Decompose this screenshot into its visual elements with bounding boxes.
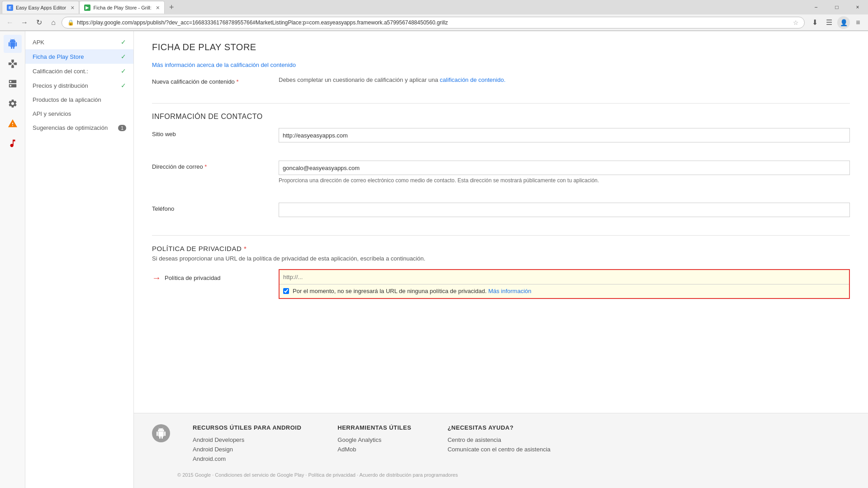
footer-col-android: RECURSOS ÚTILES PARA ANDROID Android Dev…	[193, 424, 301, 465]
nav-item-precios[interactable]: Precios y distribución ✓	[25, 78, 133, 93]
privacy-checkbox-row: Por el momento, no se ingresará la URL d…	[280, 284, 849, 298]
section-politica-privacidad: POLÍTICA DE PRIVACIDAD * Si deseas propo…	[152, 245, 850, 299]
divider-1	[152, 103, 850, 104]
required-marker: *	[236, 78, 238, 85]
icon-sidebar	[0, 31, 25, 488]
tab-favicon-1: E	[7, 5, 13, 11]
lock-icon: 🔒	[67, 19, 74, 26]
sidebar-icon-warning[interactable]	[4, 114, 22, 133]
footer-col3-title: ¿NECESITAS AYUDA?	[447, 424, 550, 431]
required-politica: *	[244, 245, 247, 252]
footer-link-android-dev[interactable]: Android Developers	[193, 436, 301, 443]
nav-label-sugerencias: Sugerencias de optimización	[33, 124, 108, 131]
footer-col1-title: RECURSOS ÚTILES PARA ANDROID	[193, 424, 301, 431]
privacy-mas-info-link[interactable]: Más información	[488, 288, 531, 294]
forward-button[interactable]: →	[18, 16, 31, 29]
nav-item-calificacion[interactable]: Calificación del cont.: ✓	[25, 64, 133, 78]
content-nueva-calificacion: Debes completar un cuestionario de calif…	[279, 76, 850, 85]
input-telefono[interactable]	[279, 203, 850, 217]
nav-label-precios: Precios y distribución	[33, 82, 88, 89]
helper-correo: Proporciona una dirección de correo elec…	[279, 177, 850, 185]
label-telefono: Teléfono	[152, 203, 279, 217]
check-precios: ✓	[121, 82, 126, 89]
nav-item-productos[interactable]: Productos de la aplicación	[25, 93, 133, 107]
new-tab-button[interactable]: +	[165, 3, 179, 12]
sidebar-icon-music[interactable]	[4, 134, 22, 152]
nav-label-api: API y servicios	[33, 110, 71, 117]
politica-header: POLÍTICA DE PRIVACIDAD *	[152, 245, 850, 252]
calificacion-link[interactable]: calificación de contenido.	[440, 76, 505, 83]
badge-sugerencias: 1	[118, 125, 126, 131]
footer-link-android-design[interactable]: Android Design	[193, 446, 301, 453]
arrow-icon: →	[152, 273, 161, 283]
desc-nueva-calificacion: Debes completar un cuestionario de calif…	[279, 76, 506, 83]
refresh-button[interactable]: ↻	[33, 16, 45, 29]
content-sitio-web	[279, 128, 850, 142]
nav-item-apk[interactable]: APK ✓	[25, 35, 133, 49]
tab-close-1[interactable]: ×	[71, 4, 74, 11]
content-correo: Proporciona una dirección de correo elec…	[279, 161, 850, 185]
section-telefono: Teléfono	[152, 203, 850, 226]
tab-label-2: Ficha de Play Store - Grill:	[93, 5, 151, 10]
footer-col-help: ¿NECESITAS AYUDA? Centro de asistencia C…	[447, 424, 550, 465]
input-sitio-web[interactable]	[279, 128, 850, 142]
nav-item-sugerencias[interactable]: Sugerencias de optimización 1	[25, 121, 133, 135]
privacy-url-input[interactable]	[280, 270, 849, 284]
close-button[interactable]: ×	[847, 0, 868, 14]
footer-link-analytics[interactable]: Google Analytics	[337, 436, 411, 443]
sidebar-icon-database[interactable]	[4, 75, 22, 93]
check-calificacion: ✓	[121, 67, 126, 75]
footer-link-comunicate[interactable]: Comunícate con el centro de asistencia	[447, 446, 550, 453]
section-nueva-calificacion: Nueva calificación de contenido * Debes …	[152, 76, 850, 94]
footer-android-logo	[152, 424, 170, 442]
tab-easy-easy[interactable]: E Easy Easy Apps Editor ×	[2, 1, 79, 14]
url-text: https://play.google.com/apps/publish/?de…	[77, 19, 790, 26]
tab-ficha[interactable]: ▶ Ficha de Play Store - Grill: ×	[79, 1, 165, 14]
sidebar-icon-games[interactable]	[4, 55, 22, 73]
nav-label-apk: APK	[33, 39, 44, 46]
content-telefono	[279, 203, 850, 217]
privacy-checkbox[interactable]	[283, 288, 289, 294]
politica-desc: Si deseas proporcionar una URL de la pol…	[152, 255, 850, 262]
nav-label-productos: Productos de la aplicación	[33, 96, 101, 103]
footer: RECURSOS ÚTILES PARA ANDROID Android Dev…	[134, 413, 868, 488]
footer-link-android-com[interactable]: Android.com	[193, 455, 301, 462]
nav-item-ficha[interactable]: Ficha de Play Store ✓	[25, 49, 133, 64]
privacy-note: Por el momento, no se ingresará la URL d…	[293, 287, 531, 295]
info-contacto-header: INFORMACIÓN DE CONTACTO	[152, 113, 850, 121]
divider-2	[152, 235, 850, 236]
label-sitio-web: Sitio web	[152, 128, 279, 142]
section-correo: Dirección de correo * Proporciona una di…	[152, 161, 850, 194]
sidebar-icon-android[interactable]	[4, 35, 22, 53]
bookmarks-button[interactable]: ☰	[823, 16, 835, 29]
download-button[interactable]: ⬇	[808, 16, 821, 29]
label-correo: Dirección de correo *	[152, 161, 279, 185]
tab-close-2[interactable]: ×	[156, 4, 160, 11]
sidebar-icon-settings[interactable]	[4, 95, 22, 113]
section-sitio-web: Sitio web	[152, 128, 850, 152]
check-ficha: ✓	[121, 53, 126, 60]
check-apk: ✓	[121, 38, 126, 46]
back-button[interactable]: ←	[4, 16, 16, 29]
tab-favicon-2: ▶	[84, 5, 90, 11]
privacy-field-label: Política de privacidad	[165, 275, 221, 281]
url-bar[interactable]: 🔒 https://play.google.com/apps/publish/?…	[62, 17, 805, 28]
nav-item-api[interactable]: API y servicios	[25, 107, 133, 121]
page-title: FICHA DE PLAY STORE	[152, 42, 850, 52]
privacy-input-wrapper: Por el momento, no se ingresará la URL d…	[279, 269, 850, 299]
nav-sidebar: APK ✓ Ficha de Play Store ✓ Calificación…	[25, 31, 134, 488]
minimize-button[interactable]: −	[806, 0, 826, 14]
user-avatar[interactable]: 👤	[837, 16, 850, 29]
nav-label-ficha: Ficha de Play Store	[33, 53, 84, 60]
nav-label-calificacion: Calificación del cont.:	[33, 68, 88, 75]
content-rating-link[interactable]: Más información acerca de la calificació…	[152, 62, 850, 68]
footer-link-centro[interactable]: Centro de asistencia	[447, 436, 550, 443]
footer-col2-title: HERRAMIENTAS ÚTILES	[337, 424, 411, 431]
input-correo[interactable]	[279, 161, 850, 175]
footer-copyright: © 2015 Google · Condiciones del servicio…	[152, 472, 850, 478]
home-button[interactable]: ⌂	[47, 16, 60, 29]
bookmark-icon[interactable]: ☆	[793, 19, 799, 26]
maximize-button[interactable]: □	[826, 0, 847, 14]
footer-link-admob[interactable]: AdMob	[337, 446, 411, 453]
menu-button[interactable]: ≡	[852, 16, 864, 29]
